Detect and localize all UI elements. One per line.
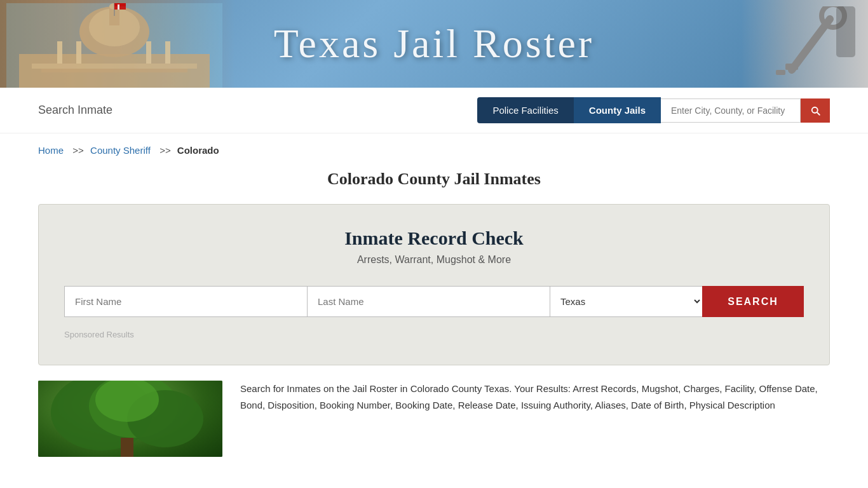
svg-rect-18 [785,64,798,70]
svg-rect-20 [836,6,855,57]
nav-right: Police Facilities County Jails [477,97,830,123]
svg-rect-19 [776,70,785,75]
breadcrumb: Home >> County Sheriff >> Colorado [0,133,868,162]
bottom-image [38,381,222,457]
breadcrumb-current: Colorado [177,145,219,156]
nav-bar: Search Inmate Police Facilities County J… [0,88,868,133]
inmate-search-button[interactable]: SEARCH [702,286,804,317]
svg-rect-7 [165,41,170,64]
svg-rect-25 [121,438,133,457]
search-form: AlabamaAlaskaArizonaArkansasCaliforniaCo… [64,286,804,317]
sponsored-label: Sponsored Results [64,330,804,339]
record-check-title: Inmate Record Check [64,227,804,249]
county-jails-button[interactable]: County Jails [574,97,661,123]
svg-rect-4 [57,41,62,64]
bottom-description: Search for Inmates on the Jail Roster in… [222,381,830,457]
header-banner: Texas Jail Roster [0,0,868,88]
facility-search-input[interactable] [661,98,801,123]
breadcrumb-county-sheriff[interactable]: County Sheriff [90,145,151,156]
search-inmate-label: Search Inmate [38,104,112,117]
breadcrumb-sep-1: >> [70,145,84,156]
svg-rect-3 [41,69,187,72]
svg-rect-5 [76,41,81,64]
svg-rect-2 [32,64,197,69]
capitol-icon [6,3,222,88]
keys-icon [754,6,855,83]
svg-rect-14 [114,3,126,6]
breadcrumb-home[interactable]: Home [38,145,64,156]
first-name-input[interactable] [64,286,307,317]
police-facilities-button[interactable]: Police Facilities [477,97,573,123]
svg-rect-15 [118,4,119,10]
breadcrumb-sep-2: >> [157,145,171,156]
record-check-box: Inmate Record Check Arrests, Warrant, Mu… [38,204,830,365]
record-check-subtitle: Arrests, Warrant, Mugshot & More [64,254,804,266]
page-title: Colorado County Jail Inmates [0,170,868,189]
svg-rect-6 [146,41,151,64]
tree-icon [38,381,222,457]
bottom-section: Search for Inmates on the Jail Roster in… [38,381,830,470]
facility-search-button[interactable] [801,98,830,123]
svg-line-16 [792,19,830,70]
banner-title: Texas Jail Roster [274,20,594,67]
search-icon [810,105,821,116]
state-select[interactable]: AlabamaAlaskaArizonaArkansasCaliforniaCo… [550,286,702,317]
last-name-input[interactable] [307,286,550,317]
